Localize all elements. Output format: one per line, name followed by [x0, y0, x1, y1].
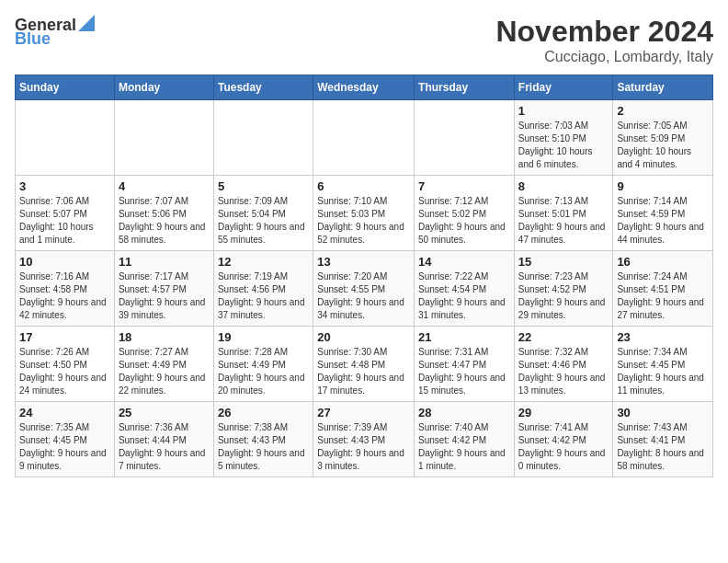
day-info: Sunrise: 7:36 AM Sunset: 4:44 PM Dayligh…	[119, 421, 210, 473]
day-number: 8	[518, 179, 609, 193]
day-number: 9	[617, 179, 709, 193]
calendar-week-5: 24Sunrise: 7:35 AM Sunset: 4:45 PM Dayli…	[16, 402, 713, 477]
day-number: 4	[119, 179, 210, 193]
day-info: Sunrise: 7:20 AM Sunset: 4:55 PM Dayligh…	[317, 270, 410, 322]
day-info: Sunrise: 7:12 AM Sunset: 5:02 PM Dayligh…	[418, 195, 510, 247]
calendar-cell: 22Sunrise: 7:32 AM Sunset: 4:46 PM Dayli…	[514, 327, 613, 402]
day-number: 13	[317, 255, 410, 269]
calendar-cell: 10Sunrise: 7:16 AM Sunset: 4:58 PM Dayli…	[16, 251, 115, 327]
day-number: 29	[518, 406, 609, 419]
page-title: November 2024	[495, 15, 713, 49]
day-info: Sunrise: 7:24 AM Sunset: 4:51 PM Dayligh…	[617, 270, 709, 322]
header-cell-thursday: Thursday	[415, 75, 515, 100]
calendar-cell: 5Sunrise: 7:09 AM Sunset: 5:04 PM Daylig…	[213, 176, 313, 251]
day-number: 19	[218, 330, 309, 344]
day-number: 28	[418, 406, 510, 419]
day-number: 14	[418, 255, 510, 269]
calendar-week-1: 1Sunrise: 7:03 AM Sunset: 5:10 PM Daylig…	[16, 100, 713, 176]
day-number: 27	[317, 406, 410, 419]
calendar-cell: 30Sunrise: 7:43 AM Sunset: 4:41 PM Dayli…	[613, 402, 713, 477]
calendar-cell: 6Sunrise: 7:10 AM Sunset: 5:03 PM Daylig…	[313, 176, 415, 251]
calendar-cell	[213, 100, 313, 176]
day-number: 21	[418, 330, 510, 344]
day-info: Sunrise: 7:23 AM Sunset: 4:52 PM Dayligh…	[518, 270, 609, 322]
day-number: 16	[617, 255, 709, 269]
logo: General Blue	[15, 15, 95, 49]
calendar-week-3: 10Sunrise: 7:16 AM Sunset: 4:58 PM Dayli…	[16, 251, 713, 327]
header-cell-wednesday: Wednesday	[313, 75, 415, 100]
day-number: 26	[218, 406, 309, 419]
calendar-cell: 2Sunrise: 7:05 AM Sunset: 5:09 PM Daylig…	[613, 100, 713, 176]
day-number: 22	[518, 330, 609, 344]
calendar-cell: 1Sunrise: 7:03 AM Sunset: 5:10 PM Daylig…	[514, 100, 613, 176]
day-number: 23	[617, 330, 709, 344]
page-subtitle: Cucciago, Lombardy, Italy	[495, 49, 713, 65]
logo-triangle-icon	[78, 15, 95, 31]
header: General Blue November 2024 Cucciago, Lom…	[15, 15, 713, 65]
calendar-table: SundayMondayTuesdayWednesdayThursdayFrid…	[15, 75, 713, 477]
day-number: 12	[218, 255, 309, 269]
calendar-cell: 19Sunrise: 7:28 AM Sunset: 4:49 PM Dayli…	[213, 327, 313, 402]
day-info: Sunrise: 7:16 AM Sunset: 4:58 PM Dayligh…	[19, 270, 110, 322]
calendar-cell: 15Sunrise: 7:23 AM Sunset: 4:52 PM Dayli…	[514, 251, 613, 327]
day-info: Sunrise: 7:13 AM Sunset: 5:01 PM Dayligh…	[518, 195, 609, 247]
day-info: Sunrise: 7:09 AM Sunset: 5:04 PM Dayligh…	[218, 195, 309, 247]
day-info: Sunrise: 7:17 AM Sunset: 4:57 PM Dayligh…	[119, 270, 210, 322]
header-cell-tuesday: Tuesday	[213, 75, 313, 100]
header-cell-monday: Monday	[114, 75, 213, 100]
day-number: 11	[119, 255, 210, 269]
day-info: Sunrise: 7:41 AM Sunset: 4:42 PM Dayligh…	[518, 421, 609, 473]
calendar-cell: 13Sunrise: 7:20 AM Sunset: 4:55 PM Dayli…	[313, 251, 415, 327]
calendar-cell: 29Sunrise: 7:41 AM Sunset: 4:42 PM Dayli…	[514, 402, 613, 477]
title-area: November 2024 Cucciago, Lombardy, Italy	[495, 15, 713, 65]
calendar-cell	[313, 100, 415, 176]
calendar-cell: 28Sunrise: 7:40 AM Sunset: 4:42 PM Dayli…	[415, 402, 515, 477]
day-number: 10	[19, 255, 110, 269]
calendar-cell: 25Sunrise: 7:36 AM Sunset: 4:44 PM Dayli…	[114, 402, 213, 477]
calendar-body: 1Sunrise: 7:03 AM Sunset: 5:10 PM Daylig…	[16, 100, 713, 477]
header-cell-sunday: Sunday	[16, 75, 115, 100]
day-info: Sunrise: 7:26 AM Sunset: 4:50 PM Dayligh…	[19, 346, 110, 397]
calendar-cell: 24Sunrise: 7:35 AM Sunset: 4:45 PM Dayli…	[16, 402, 115, 477]
calendar-cell	[415, 100, 515, 176]
calendar-cell: 8Sunrise: 7:13 AM Sunset: 5:01 PM Daylig…	[514, 176, 613, 251]
day-info: Sunrise: 7:19 AM Sunset: 4:56 PM Dayligh…	[218, 270, 309, 322]
day-number: 25	[119, 406, 210, 419]
calendar-cell: 27Sunrise: 7:39 AM Sunset: 4:43 PM Dayli…	[313, 402, 415, 477]
day-info: Sunrise: 7:30 AM Sunset: 4:48 PM Dayligh…	[317, 346, 410, 397]
day-number: 20	[317, 330, 410, 344]
calendar-cell: 9Sunrise: 7:14 AM Sunset: 4:59 PM Daylig…	[613, 176, 713, 251]
svg-marker-0	[78, 15, 95, 31]
day-info: Sunrise: 7:03 AM Sunset: 5:10 PM Dayligh…	[518, 120, 609, 171]
day-number: 5	[218, 179, 309, 193]
calendar-week-4: 17Sunrise: 7:26 AM Sunset: 4:50 PM Dayli…	[16, 327, 713, 402]
calendar-cell: 12Sunrise: 7:19 AM Sunset: 4:56 PM Dayli…	[213, 251, 313, 327]
calendar-header: SundayMondayTuesdayWednesdayThursdayFrid…	[16, 75, 713, 100]
day-number: 2	[617, 104, 709, 118]
calendar-cell	[114, 100, 213, 176]
day-info: Sunrise: 7:43 AM Sunset: 4:41 PM Dayligh…	[617, 421, 709, 473]
day-info: Sunrise: 7:10 AM Sunset: 5:03 PM Dayligh…	[317, 195, 410, 247]
day-number: 3	[19, 179, 110, 193]
calendar-cell: 23Sunrise: 7:34 AM Sunset: 4:45 PM Dayli…	[613, 327, 713, 402]
logo-text-blue: Blue	[15, 29, 51, 49]
day-info: Sunrise: 7:31 AM Sunset: 4:47 PM Dayligh…	[418, 346, 510, 397]
day-info: Sunrise: 7:06 AM Sunset: 5:07 PM Dayligh…	[19, 195, 110, 247]
calendar-cell: 7Sunrise: 7:12 AM Sunset: 5:02 PM Daylig…	[415, 176, 515, 251]
calendar-cell: 11Sunrise: 7:17 AM Sunset: 4:57 PM Dayli…	[114, 251, 213, 327]
calendar-cell: 4Sunrise: 7:07 AM Sunset: 5:06 PM Daylig…	[114, 176, 213, 251]
day-number: 17	[19, 330, 110, 344]
day-number: 18	[119, 330, 210, 344]
day-number: 24	[19, 406, 110, 419]
day-info: Sunrise: 7:22 AM Sunset: 4:54 PM Dayligh…	[418, 270, 510, 322]
calendar-cell: 3Sunrise: 7:06 AM Sunset: 5:07 PM Daylig…	[16, 176, 115, 251]
day-number: 1	[518, 104, 609, 118]
day-info: Sunrise: 7:27 AM Sunset: 4:49 PM Dayligh…	[119, 346, 210, 397]
day-info: Sunrise: 7:35 AM Sunset: 4:45 PM Dayligh…	[19, 421, 110, 473]
day-number: 30	[617, 406, 709, 419]
calendar-cell: 26Sunrise: 7:38 AM Sunset: 4:43 PM Dayli…	[213, 402, 313, 477]
day-number: 7	[418, 179, 510, 193]
calendar-cell: 14Sunrise: 7:22 AM Sunset: 4:54 PM Dayli…	[415, 251, 515, 327]
calendar-cell: 16Sunrise: 7:24 AM Sunset: 4:51 PM Dayli…	[613, 251, 713, 327]
day-info: Sunrise: 7:07 AM Sunset: 5:06 PM Dayligh…	[119, 195, 210, 247]
